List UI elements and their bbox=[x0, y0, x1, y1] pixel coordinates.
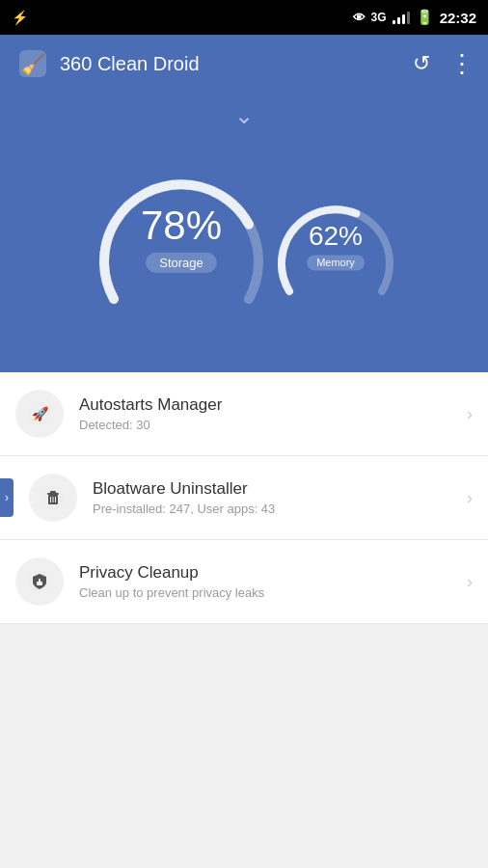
bloatware-title: Bloatware Uninstaller bbox=[93, 479, 467, 499]
refresh-button[interactable]: ↺ bbox=[413, 51, 430, 76]
bloatware-item[interactable]: › Bloatware Uninstaller Pre-installed: 2… bbox=[0, 456, 488, 540]
hero-section: ⌄ 78% Storage 62% bbox=[0, 93, 488, 372]
network-label: 3G bbox=[371, 11, 387, 24]
autostarts-chevron-icon: › bbox=[467, 404, 473, 424]
memory-label: Memory bbox=[307, 255, 365, 270]
status-right: 👁 3G 🔋 22:32 bbox=[353, 9, 476, 26]
storage-gauge: 78% Storage bbox=[85, 145, 278, 338]
privacy-icon-wrap bbox=[15, 557, 64, 606]
autostarts-title: Autostarts Manager bbox=[79, 395, 467, 415]
expand-chevron-icon[interactable]: ⌄ bbox=[234, 102, 254, 129]
bloatware-chevron-icon: › bbox=[467, 488, 473, 508]
svg-text:🧹: 🧹 bbox=[21, 53, 45, 76]
privacy-text: Privacy Cleanup Clean up to prevent priv… bbox=[79, 563, 467, 600]
side-tab: › bbox=[0, 478, 14, 517]
privacy-chevron-icon: › bbox=[467, 572, 473, 592]
autostarts-item[interactable]: 🚀 Autostarts Manager Detected: 30 › bbox=[0, 372, 488, 456]
app-bar-left: 🧹 360 Clean Droid bbox=[15, 46, 200, 81]
status-left: ⚡ bbox=[12, 10, 28, 25]
storage-label: Storage bbox=[146, 253, 217, 273]
bloatware-text: Bloatware Uninstaller Pre-installed: 247… bbox=[93, 479, 467, 516]
memory-gauge-center: 62% Memory bbox=[307, 221, 365, 270]
storage-percent: 78% bbox=[141, 203, 222, 249]
more-options-button[interactable]: ⋮ bbox=[449, 49, 473, 79]
storage-gauge-center: 78% Storage bbox=[141, 203, 222, 273]
app-logo-icon: 🧹 bbox=[15, 46, 50, 81]
memory-percent: 62% bbox=[307, 221, 365, 252]
time-display: 22:32 bbox=[440, 10, 476, 26]
autostarts-icon-wrap: 🚀 bbox=[15, 390, 64, 438]
svg-text:🚀: 🚀 bbox=[32, 406, 49, 422]
status-bar: ⚡ 👁 3G 🔋 22:32 bbox=[0, 0, 488, 35]
trash-icon bbox=[41, 485, 66, 510]
privacy-icon bbox=[27, 569, 52, 594]
svg-rect-13 bbox=[39, 579, 41, 583]
privacy-subtitle: Clean up to prevent privacy leaks bbox=[79, 585, 467, 600]
battery-icon: 🔋 bbox=[416, 9, 434, 26]
autostarts-subtitle: Detected: 30 bbox=[79, 418, 467, 432]
memory-gauge: 62% Memory bbox=[268, 183, 403, 318]
autostarts-text: Autostarts Manager Detected: 30 bbox=[79, 395, 467, 432]
eye-icon: 👁 bbox=[353, 11, 366, 25]
svg-rect-7 bbox=[50, 491, 56, 494]
gauges-container: 78% Storage 62% Memory bbox=[85, 145, 403, 338]
app-bar: 🧹 360 Clean Droid ↺ ⋮ bbox=[0, 35, 488, 93]
signal-icon bbox=[393, 11, 410, 24]
usb-icon: ⚡ bbox=[12, 10, 28, 25]
list-section: 🚀 Autostarts Manager Detected: 30 › › Bl bbox=[0, 372, 488, 624]
app-title: 360 Clean Droid bbox=[60, 53, 200, 75]
rocket-icon: 🚀 bbox=[27, 401, 52, 426]
bloatware-icon-wrap bbox=[29, 474, 77, 522]
bloatware-subtitle: Pre-installed: 247, User apps: 43 bbox=[93, 502, 467, 516]
privacy-item[interactable]: Privacy Cleanup Clean up to prevent priv… bbox=[0, 540, 488, 624]
privacy-title: Privacy Cleanup bbox=[79, 563, 467, 583]
app-bar-actions: ↺ ⋮ bbox=[413, 49, 473, 79]
